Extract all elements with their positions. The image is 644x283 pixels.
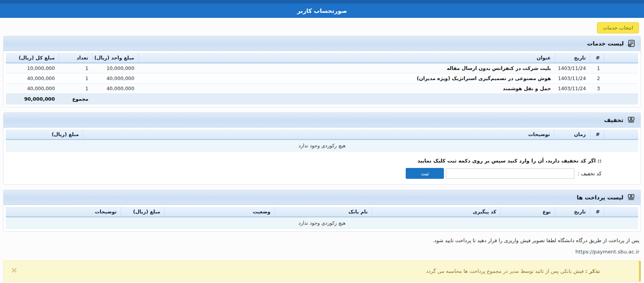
gutter-cell — [604, 73, 638, 84]
table-row: 2 1403/11/24 هوش مصنوعی در تصمیم‌گیری اس… — [6, 73, 638, 84]
col-description: توضیحات — [83, 129, 554, 140]
discount-code-input[interactable] — [446, 168, 574, 179]
discount-code-form: :: اگر کد تخفیف دارید، آن را وارد کنید س… — [4, 154, 640, 184]
services-total-row: مجموع 90,000,000 — [6, 94, 638, 105]
discount-table: # زمان توضیحات مبلغ (ریال) هیچ رکوردی وج… — [6, 129, 638, 152]
payments-section-title: لیست پرداخت ها — [577, 194, 623, 201]
row-unit-amount: 10,000,000 — [92, 63, 138, 73]
col-time: زمان — [554, 129, 590, 140]
discount-section-title: تخفیف — [604, 117, 623, 123]
services-table: # تاریخ عنوان مبلغ واحد (ریال) تعداد مبل… — [6, 53, 638, 105]
discount-code-label: کد تخفیف : — [577, 171, 602, 176]
banknotes-icon — [627, 116, 635, 124]
row-number: 2 — [590, 73, 604, 84]
page-title: صورتحساب کاربر — [297, 7, 347, 14]
col-row-number: # — [590, 129, 604, 140]
services-table-wrap: # تاریخ عنوان مبلغ واحد (ریال) تعداد مبل… — [4, 51, 640, 107]
banknotes-icon — [627, 193, 635, 201]
col-amount: مبلغ (ریال) — [6, 129, 83, 140]
alert-text: فیش بانکی پس از تائید توسط مدیر در مجموع… — [426, 268, 585, 274]
row-quantity: 1 — [59, 63, 92, 73]
col-status: وضعیت — [164, 207, 274, 217]
row-date: 1403/11/24 — [555, 84, 590, 94]
discount-section-header: تخفیف — [4, 113, 640, 128]
row-total-amount: 40,000,000 — [6, 84, 59, 94]
row-date: 1403/11/24 — [555, 63, 590, 73]
checklist-icon — [627, 39, 635, 47]
row-unit-amount: 40,000,000 — [92, 84, 138, 94]
col-row-number: # — [590, 53, 604, 63]
alert-prefix: تذکر : — [585, 268, 600, 274]
table-row: 1 1403/11/24 بلیت شرکت در کنفرانس بدون ا… — [6, 63, 638, 73]
services-section-title: لیست خدمات — [587, 40, 624, 47]
col-tracking-code: کد پیگیری — [372, 207, 500, 217]
row-quantity: 1 — [59, 73, 92, 84]
gutter-cell — [92, 94, 638, 105]
col-type: نوع — [500, 207, 555, 217]
empty-row: هیچ رکوردی وجود ندارد — [6, 217, 638, 229]
services-section-header: لیست خدمات — [4, 36, 640, 51]
total-value: 90,000,000 — [6, 94, 59, 105]
services-panel: لیست خدمات # تاریخ عنوان مبلغ واحد (ریال… — [3, 36, 641, 107]
col-date: تاریخ — [555, 207, 590, 217]
total-label: مجموع — [59, 94, 92, 105]
payments-header-row: # تاریخ نوع کد پیگیری نام بانک وضعیت مبل… — [6, 207, 638, 217]
select-services-button[interactable]: انتخاب خدمات — [597, 22, 639, 33]
col-description: توضیحات — [6, 207, 121, 217]
toolbar: انتخاب خدمات — [0, 18, 644, 36]
col-bank-name: نام بانک — [274, 207, 372, 217]
row-date: 1403/11/24 — [555, 73, 590, 84]
row-total-amount: 40,000,000 — [6, 73, 59, 84]
discount-code-row: کد تخفیف : ثبت — [11, 168, 602, 179]
col-amount: مبلغ (ریال) — [121, 207, 164, 217]
gutter-cell — [604, 53, 638, 63]
submit-discount-button[interactable]: ثبت — [406, 168, 444, 179]
row-title: بلیت شرکت در کنفرانس بدون ارسال مقاله — [138, 63, 555, 73]
payments-table-wrap: # تاریخ نوع کد پیگیری نام بانک وضعیت مبل… — [4, 205, 640, 231]
discount-header-row: # زمان توضیحات مبلغ (ریال) — [6, 129, 638, 140]
payments-table: # تاریخ نوع کد پیگیری نام بانک وضعیت مبل… — [6, 207, 638, 229]
row-unit-amount: 40,000,000 — [92, 73, 138, 84]
row-quantity: 1 — [59, 84, 92, 94]
bank-receipt-alert: × تذکر : فیش بانکی پس از تائید توسط مدیر… — [3, 260, 641, 282]
gutter-cell — [604, 129, 638, 140]
col-date: تاریخ — [555, 53, 590, 63]
discount-panel: تخفیف # زمان توضیحات مبلغ (ریال) هیچ رکو… — [3, 112, 641, 185]
empty-text: هیچ رکوردی وجود ندارد — [6, 217, 638, 229]
row-number: 1 — [590, 63, 604, 73]
payment-note: پس از پرداخت از طریق درگاه دانشگاه لطفا … — [5, 238, 639, 243]
payments-panel: لیست پرداخت ها # تاریخ نوع کد پیگیری نام… — [3, 190, 641, 232]
row-title: هوش مصنوعی در تصمیم‌گیری استراتژیک (ویژه… — [138, 73, 555, 84]
empty-text: هیچ رکوردی وجود ندارد — [6, 140, 638, 152]
gutter-cell — [604, 63, 638, 73]
col-quantity: تعداد — [59, 53, 92, 63]
app-header: صورتحساب کاربر — [0, 0, 644, 18]
empty-row: هیچ رکوردی وجود ندارد — [6, 140, 638, 152]
payments-section-header: لیست پرداخت ها — [4, 190, 640, 205]
services-header-row: # تاریخ عنوان مبلغ واحد (ریال) تعداد مبل… — [6, 53, 638, 63]
discount-hint: :: اگر کد تخفیف دارید، آن را وارد کنید س… — [11, 158, 602, 164]
close-icon[interactable]: × — [11, 266, 18, 274]
discount-table-wrap: # زمان توضیحات مبلغ (ریال) هیچ رکوردی وج… — [4, 128, 640, 154]
col-row-number: # — [590, 207, 604, 217]
row-number: 3 — [590, 84, 604, 94]
row-title: حمل و نقل هوشمند — [138, 84, 555, 94]
gutter-cell — [604, 84, 638, 94]
col-total-amount: مبلغ کل (ریال) — [6, 53, 59, 63]
payment-gateway-link[interactable]: https://payment.sbu.ac.ir — [5, 249, 639, 255]
col-title: عنوان — [138, 53, 555, 63]
table-row: 3 1403/11/24 حمل و نقل هوشمند 40,000,000… — [6, 84, 638, 94]
gutter-cell — [604, 207, 638, 217]
row-total-amount: 10,000,000 — [6, 63, 59, 73]
col-unit-amount: مبلغ واحد (ریال) — [92, 53, 138, 63]
